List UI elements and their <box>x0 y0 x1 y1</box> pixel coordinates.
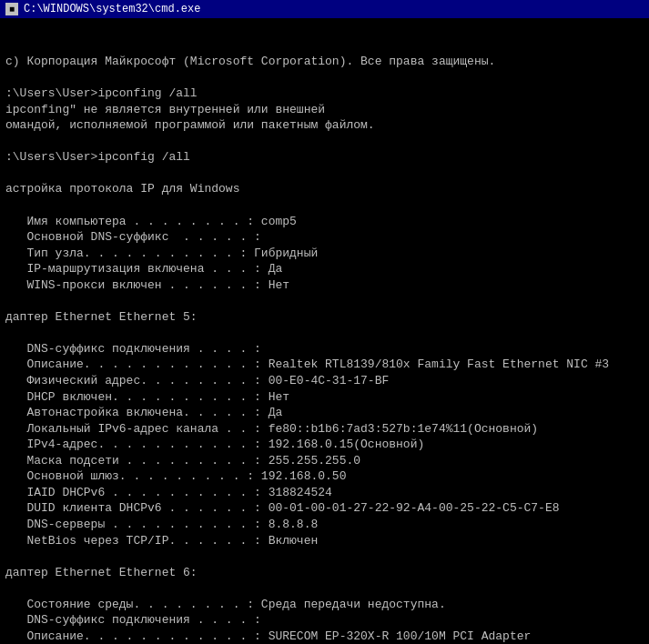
terminal-line: Локальный IPv6-адрес канала . . : fe80::… <box>5 421 644 438</box>
terminal-line: DHCP включен. . . . . . . . . . : Нет <box>5 389 644 406</box>
title-bar: ■ C:\WINDOWS\system32\cmd.exe <box>0 0 649 18</box>
terminal-line: :\Users\User>ipconfing /all <box>5 86 644 102</box>
terminal-content[interactable]: с) Корпорация Майкрософт (Microsoft Corp… <box>0 18 649 644</box>
window-title: C:\WINDOWS\system32\cmd.exe <box>24 3 200 15</box>
terminal-line <box>5 70 644 86</box>
terminal-line <box>5 134 644 150</box>
terminal-line: DUID клиента DHCPv6 . . . . . . : 00-01-… <box>5 500 644 517</box>
terminal-line: IPv4-адрес. . . . . . . . . . . : 192.16… <box>5 437 644 453</box>
terminal-line: даптер Ethernet Ethernet 6: <box>5 565 644 581</box>
terminal-line: Основной шлюз. . . . . . . . . : 192.168… <box>5 468 644 485</box>
terminal-line: DNS-суффикс подключения . . . . : <box>5 612 644 629</box>
terminal-line <box>5 166 644 182</box>
terminal-line: Тип узла. . . . . . . . . . . : Гибридны… <box>5 246 644 262</box>
terminal-line: Маска подсети . . . . . . . . . : 255.25… <box>5 453 644 469</box>
terminal-line: DNS-суффикс подключения . . . . : <box>5 341 644 357</box>
terminal-line: NetBios через TCP/IP. . . . . . : Включе… <box>5 533 644 549</box>
window-icon: ■ <box>5 3 18 15</box>
terminal-line: Автонастройка включена. . . . . : Да <box>5 405 644 421</box>
terminal-line: Описание. . . . . . . . . . . . : Realte… <box>5 357 644 373</box>
cmd-window: ■ C:\WINDOWS\system32\cmd.exe с) Корпора… <box>0 0 649 644</box>
terminal-line: даптер Ethernet Ethernet 5: <box>5 309 644 326</box>
terminal-line: IAID DHCPv6 . . . . . . . . . . : 318824… <box>5 485 644 501</box>
terminal-line: ipconfing" не является внутренней или вн… <box>5 102 644 118</box>
terminal-line: Состояние среды. . . . . . . . : Среда п… <box>5 597 644 613</box>
terminal-line: Описание. . . . . . . . . . . . : SURECO… <box>5 629 644 644</box>
terminal-line: DNS-серверы . . . . . . . . . . : 8.8.8.… <box>5 517 644 533</box>
terminal-line <box>5 548 644 565</box>
terminal-line: :\Users\User>ipconfig /all <box>5 149 644 166</box>
terminal-line: WINS-прокси включен . . . . . . : Нет <box>5 277 644 294</box>
terminal-line <box>5 325 644 341</box>
terminal-line <box>5 580 644 597</box>
terminal-line <box>5 197 644 214</box>
terminal-line <box>5 293 644 309</box>
terminal-line: IP-маршрутизация включена . . . : Да <box>5 261 644 277</box>
terminal-line: омандой, исполняемой программой или паке… <box>5 117 644 134</box>
terminal-line: Физический адрес. . . . . . . . : 00-E0-… <box>5 373 644 389</box>
terminal-line: с) Корпорация Майкрософт (Microsoft Corp… <box>5 54 644 70</box>
terminal-line: астройка протокола IP для Windows <box>5 181 644 197</box>
terminal-line: Имя компьютера . . . . . . . . : comp5 <box>5 214 644 230</box>
terminal-line: Основной DNS-суффикс . . . . . : <box>5 229 644 246</box>
